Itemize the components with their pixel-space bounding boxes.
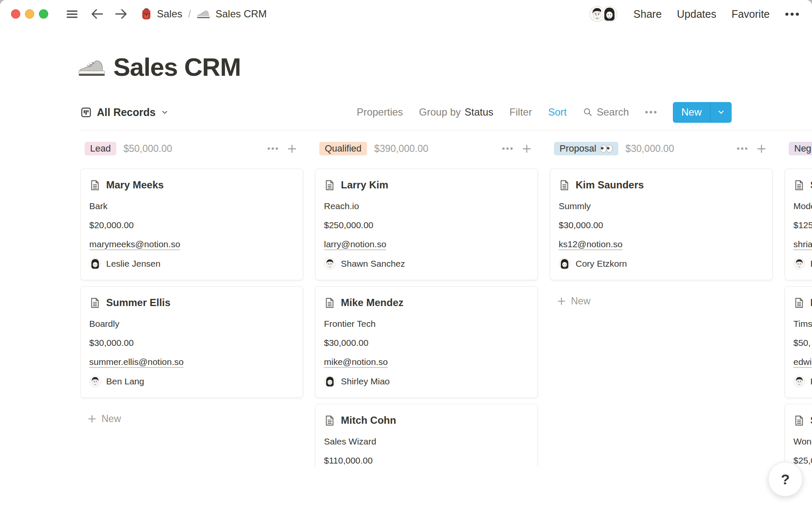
breadcrumb: Sales / Sales CRM [141,8,267,20]
record-card[interactable]: S Wond $25,0 stan [785,404,812,467]
updates-button[interactable]: Updates [677,8,716,20]
more-icon [785,12,799,16]
more-options-button[interactable] [785,12,799,16]
column-header: Proposal $30,000.00 [550,141,773,157]
new-button-dropdown[interactable] [710,102,732,123]
owner-avatar [793,258,805,270]
add-card-button[interactable]: New [550,295,773,307]
notion-window: Sales / Sales CRM Share Updates Favorite [0,0,812,508]
collaborator-avatars[interactable] [588,5,618,23]
column-sum[interactable]: $390,000.00 [374,143,428,155]
status-badge[interactable]: Qualified [319,142,367,155]
page-icon [793,179,805,191]
properties-label: Properties [357,106,403,118]
forward-button[interactable] [114,7,128,21]
share-button[interactable]: Share [634,8,662,20]
card-title: Mike Mendez [341,297,403,309]
filter-button[interactable]: Filter [510,106,532,118]
record-card[interactable]: Mary Meeks Bark $20,000.00 marymeeks@not… [80,168,303,280]
record-card[interactable]: Kim Saunders Summly $30,000.00 ks12@noti… [550,168,773,280]
owner-avatar [559,258,571,270]
record-card[interactable]: E Tims $50, edwi H [785,286,812,398]
more-icon [267,147,278,150]
column-sum[interactable]: $30,000.00 [625,143,674,155]
card-email-link[interactable]: edwi [793,357,812,368]
add-card-label: New [571,295,590,307]
sidebar-toggle-button[interactable] [65,7,79,21]
breadcrumb-item-sales[interactable]: Sales [141,8,182,20]
favorite-button[interactable]: Favorite [732,8,770,20]
page-icon-sneaker[interactable] [78,53,106,81]
card-company: Tims [793,318,812,329]
add-card-button[interactable]: New [80,413,303,425]
status-badge[interactable]: Neg [789,142,812,155]
column-add-button[interactable] [287,144,297,154]
column-header: Lead $50,000.00 [80,141,303,157]
search-button[interactable]: Search [583,106,629,118]
plus-icon [287,144,297,154]
column-add-button[interactable] [521,144,532,154]
minimize-window-button[interactable] [25,9,34,19]
status-badge[interactable]: Lead [85,142,116,155]
board-column-proposal: Proposal $30,000.00 Kim Saunders Summly … [550,141,773,467]
record-card[interactable]: S Mode $125, shria E [785,168,812,280]
help-button[interactable]: ? [768,462,803,497]
status-badge[interactable]: Proposal [554,142,618,155]
column-sum[interactable]: $50,000.00 [123,143,172,155]
card-title: Kim Saunders [576,179,644,191]
page-icon [793,297,805,309]
card-title: Mitch Cohn [341,414,396,426]
card-email-link[interactable]: marymeeks@notion.so [89,239,180,250]
page-icon [324,297,335,309]
record-card[interactable]: Mike Mendez Frontier Tech $30,000.00 mik… [315,286,538,398]
view-switcher[interactable]: All Records [80,106,169,119]
properties-button[interactable]: Properties [357,106,403,118]
card-email-link[interactable]: ks12@notion.so [559,239,623,250]
record-card[interactable]: Summer Ellis Boardly $30,000.00 summer.e… [80,286,303,398]
record-card[interactable]: Larry Kim Reach.io $250,000.00 larry@not… [315,168,538,280]
card-amount: $20,000.00 [89,219,294,231]
card-amount: $30,000.00 [324,337,529,348]
card-amount: $110,000.00 [324,455,529,466]
card-title: Larry Kim [341,179,388,191]
column-add-button[interactable] [756,144,767,154]
card-email-link[interactable]: summer.ellis@notion.so [89,357,184,368]
board-column-qualified: Qualified $390,000.00 Larry Kim Reach.io… [315,141,538,467]
status-badge-label: Proposal [560,143,596,154]
new-record-button[interactable]: New [673,102,732,123]
card-email-link[interactable]: larry@notion.so [324,239,386,250]
add-card-label: New [102,413,121,425]
breadcrumb-item-sales-crm[interactable]: Sales CRM [197,8,266,20]
card-title: S [810,179,812,191]
column-more-button[interactable] [502,147,513,150]
card-amount: $30,000.00 [559,219,764,231]
collaborator-avatar [601,5,618,23]
record-card[interactable]: Mitch Cohn Sales Wizard $110,000.00 mitc… [315,404,538,467]
search-label: Search [597,106,629,118]
view-options-button[interactable] [645,110,657,114]
sort-button[interactable]: Sort [548,106,567,118]
page-icon [793,415,805,426]
board-column-lead: Lead $50,000.00 Mary Meeks Bark $20,000.… [80,141,303,467]
column-more-button[interactable] [267,147,278,150]
back-button[interactable] [90,7,104,21]
status-badge-label: Neg [794,143,811,154]
breadcrumb-label: Sales CRM [215,8,266,20]
column-header: Neg [785,141,812,157]
sneaker-icon [78,58,106,77]
view-name: All Records [97,106,156,119]
page-header: Sales CRM [78,52,812,82]
maximize-window-button[interactable] [39,9,48,19]
board-view: Lead $50,000.00 Mary Meeks Bark $20,000.… [80,130,812,467]
column-more-button[interactable] [737,147,748,150]
card-amount: $50, [793,337,812,348]
page-title[interactable]: Sales CRM [113,52,241,82]
group-by-button[interactable]: Group by Status [419,106,494,118]
close-window-button[interactable] [11,9,20,19]
owner-avatar [324,258,336,270]
card-email-link[interactable]: mike@notion.so [324,357,388,368]
card-title: E [810,297,812,309]
owner-avatar [89,375,101,387]
plus-icon [521,144,532,154]
card-email-link[interactable]: shria [793,239,812,250]
